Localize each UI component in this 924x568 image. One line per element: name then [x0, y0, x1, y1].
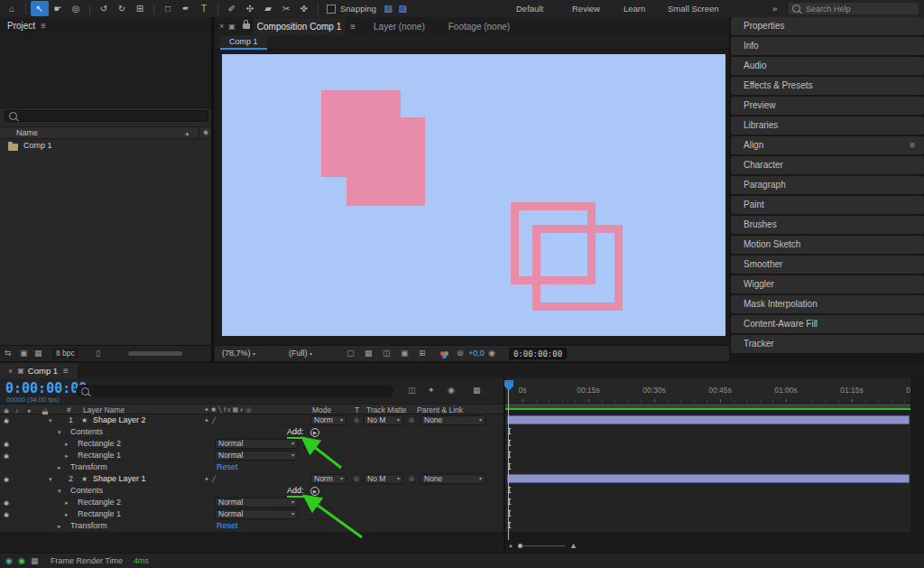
breadcrumb-comp-tab[interactable]: Comp 1 — [220, 35, 267, 50]
contents-label[interactable]: Contents — [70, 427, 103, 437]
eye-icon[interactable]: ◉ — [4, 440, 9, 448]
reset-link[interactable]: Reset — [217, 521, 238, 531]
project-item-label[interactable]: Comp 1 — [23, 141, 52, 150]
new-folder-icon[interactable]: ▣ — [20, 349, 28, 358]
new-composition-icon[interactable]: ▦ — [34, 349, 42, 358]
tab-project[interactable]: Project — [7, 21, 35, 31]
twirl-down-icon[interactable]: ▾ — [49, 415, 52, 425]
blend-mode-dropdown[interactable]: Norm▾ — [310, 415, 346, 425]
project-search-input[interactable] — [21, 111, 115, 122]
eye-icon[interactable]: ◉ — [4, 475, 9, 483]
close-icon[interactable]: × — [8, 367, 13, 376]
workspace-tab-learn[interactable]: Learn — [624, 0, 645, 17]
preview-time-display[interactable]: 0:00:00:00 — [509, 348, 567, 359]
composition-mini-flowchart-icon[interactable]: ◫ — [408, 386, 416, 395]
help-search-box[interactable] — [789, 3, 919, 14]
twirl-right-icon[interactable]: ▸ — [58, 521, 61, 531]
home-icon[interactable]: ⌂ — [3, 1, 21, 16]
snap-options-icon[interactable]: ▨ — [395, 1, 410, 16]
parent-pickwhip-icon[interactable]: ◎ — [409, 416, 414, 424]
eraser-tool[interactable]: ▰ — [259, 1, 277, 16]
region-of-interest-icon[interactable]: ▢ — [346, 349, 355, 358]
twirl-right-icon[interactable]: ▸ — [65, 451, 69, 461]
track-matte-dropdown[interactable]: No M▾ — [364, 415, 403, 425]
add-shape-property-button[interactable]: ▶ — [310, 487, 319, 496]
help-search-input[interactable] — [804, 4, 898, 14]
contents-row[interactable]: ▾ Contents Add: ▶ — [0, 485, 504, 497]
hand-tool[interactable]: ☛ — [49, 1, 67, 16]
project-bit-depth[interactable]: 8 bpc — [52, 349, 79, 358]
shape-outline-rect-2[interactable] — [532, 225, 623, 311]
snap-to-edges-icon[interactable]: ▧ — [381, 1, 395, 16]
twirl-down-icon[interactable]: ▾ — [49, 474, 52, 484]
group-name[interactable]: Rectangle 1 — [78, 451, 121, 461]
zoom-tool[interactable]: ◎ — [67, 1, 85, 16]
workspace-overflow-chevrons[interactable]: » — [772, 0, 777, 17]
draft-3d-icon[interactable]: ✦ — [428, 386, 435, 395]
shape-filled-rect-2[interactable] — [346, 117, 425, 206]
mask-visibility-icon[interactable]: ◫ — [383, 349, 391, 358]
blend-mode-dropdown[interactable]: Norm▾ — [310, 474, 346, 484]
layer-duration-bar[interactable] — [507, 474, 910, 483]
reset-link[interactable]: Reset — [217, 462, 238, 472]
group-blend-mode-dropdown[interactable]: Normal▾ — [215, 509, 298, 519]
zoom-slider-track[interactable] — [518, 545, 565, 546]
twirl-right-icon[interactable]: ▸ — [65, 498, 69, 507]
timeline-split-divider[interactable] — [504, 378, 505, 553]
panel-menu-icon[interactable]: ≡ — [63, 366, 69, 376]
group-name[interactable]: Rectangle 1 — [78, 509, 121, 519]
label-color-column-icon[interactable]: ◈ — [203, 128, 208, 136]
panel-motion-sketch[interactable]: Motion Sketch — [731, 236, 924, 254]
trash-icon[interactable]: ▯ — [96, 349, 100, 358]
roto-brush-tool[interactable]: ✂ — [277, 1, 295, 16]
project-item-row[interactable]: Comp 1 — [0, 140, 211, 152]
pan-behind-tool[interactable]: ⊞ — [131, 1, 149, 16]
tab-composition[interactable]: Composition Comp 1 — [254, 18, 345, 35]
layer-row[interactable]: ◉ ▾ 2 ★ Shape Layer 1 ✦╱ Norm▾ ◎ No M▾ ◎… — [0, 473, 504, 485]
track-area-background[interactable] — [505, 414, 910, 532]
shape-group-row[interactable]: ◉ ▸ Rectangle 1 Normal▾ — [0, 450, 504, 461]
layer-name[interactable]: Shape Layer 2 — [93, 415, 146, 425]
motion-blur-icon[interactable]: ◉ — [448, 386, 455, 395]
contents-row[interactable]: ▾ Contents Add: ▶ — [0, 426, 504, 438]
twirl-right-icon[interactable]: ▸ — [65, 509, 69, 519]
layer-row[interactable]: ◉ ▾ 1 ★ Shape Layer 2 ✦╱ Norm▾ ◎ No M▾ ◎… — [0, 414, 504, 426]
timeline-tab[interactable]: × ▣ Comp 1 ≡ — [0, 363, 78, 378]
shape-tool[interactable]: □ — [159, 1, 177, 16]
exposure-value[interactable]: +0,0 — [468, 349, 485, 358]
eye-icon[interactable]: ◉ — [4, 498, 9, 507]
view-layout-icon[interactable]: ▣ — [401, 349, 409, 358]
panel-libraries[interactable]: Libraries — [731, 116, 924, 135]
panel-smoother[interactable]: Smoother — [731, 256, 924, 274]
twirl-right-icon[interactable]: ▸ — [65, 439, 69, 449]
puppet-tool[interactable]: ✜ — [295, 1, 313, 16]
parent-link-dropdown[interactable]: None▾ — [420, 415, 485, 425]
group-blend-mode-dropdown[interactable]: Normal▾ — [215, 498, 298, 507]
brush-tool[interactable]: ✐ — [223, 1, 241, 16]
panel-effects-presets[interactable]: Effects & Presets — [731, 77, 924, 95]
current-time-display[interactable]: 0:00:00:00 — [5, 380, 87, 396]
panel-audio[interactable]: Audio — [731, 57, 924, 75]
show-channel-icon[interactable] — [440, 351, 445, 356]
panel-wiggler[interactable]: Wiggler — [731, 275, 924, 293]
twirl-down-icon[interactable]: ▾ — [58, 427, 61, 437]
eye-icon[interactable]: ◉ — [4, 416, 9, 424]
timeline-search-input[interactable] — [94, 386, 188, 396]
exposure-icon[interactable]: ⊚ — [457, 349, 464, 358]
render-toggle-icon[interactable]: ◉ — [18, 556, 25, 565]
track-matte-pickwhip-icon[interactable]: ◎ — [354, 475, 359, 482]
scrollbar-handle[interactable] — [128, 351, 182, 356]
twirl-right-icon[interactable]: ▸ — [58, 462, 61, 472]
workspace-tab-default[interactable]: Default — [516, 0, 543, 17]
track-matte-dropdown[interactable]: No M▾ — [364, 474, 403, 484]
group-name[interactable]: Rectangle 2 — [78, 439, 121, 449]
parent-link-dropdown[interactable]: None▾ — [420, 474, 485, 484]
track-matte-pickwhip-icon[interactable]: ◎ — [354, 416, 359, 424]
layer-duration-bar[interactable] — [507, 415, 910, 424]
sort-ascending-icon[interactable]: ▲ — [184, 130, 190, 136]
zoom-in-mountain-icon[interactable]: ▲ — [569, 541, 578, 550]
timeline-search-box[interactable] — [76, 385, 393, 397]
comp-canvas[interactable] — [222, 54, 725, 336]
panel-menu-icon[interactable]: ≡ — [350, 22, 356, 32]
layer-switch-icons[interactable]: ✦╱ — [204, 415, 218, 425]
